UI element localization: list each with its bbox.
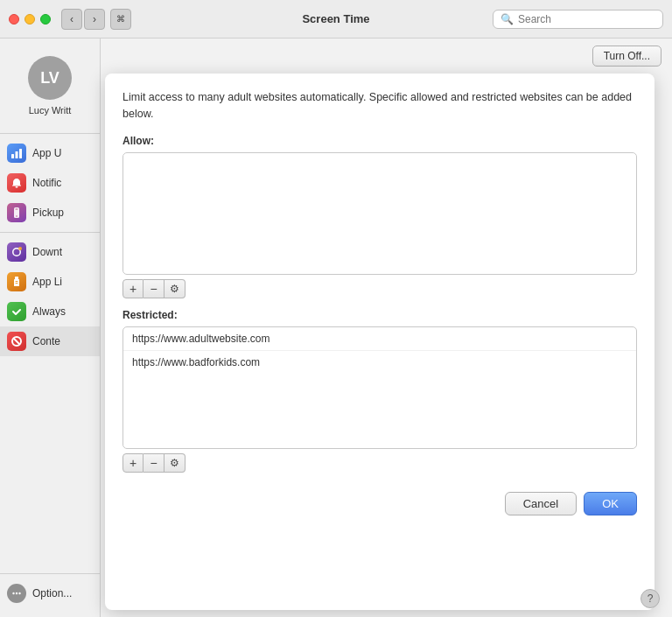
description-text: Limit access to many adult websites auto… <box>122 89 637 123</box>
search-icon: 🔍 <box>500 13 514 25</box>
sidebar-bottom: Option... <box>0 569 100 617</box>
search-box[interactable]: 🔍 <box>493 10 663 29</box>
svg-rect-9 <box>15 277 18 279</box>
options-icon <box>7 584 26 603</box>
sidebar-item-always-on[interactable]: Always <box>0 297 100 326</box>
sidebar: LV Lucy Writt App U Notific <box>0 39 101 617</box>
close-button[interactable] <box>9 14 19 25</box>
svg-text:!: ! <box>19 248 20 251</box>
allow-list-controls: + − ⚙ <box>122 279 637 298</box>
sidebar-label-app-usage: App U <box>32 147 93 159</box>
allow-remove-button[interactable]: − <box>144 279 164 298</box>
allow-section-label: Allow: <box>122 135 637 147</box>
sidebar-label-options: Option... <box>32 587 93 599</box>
restricted-settings-button[interactable]: ⚙ <box>164 453 186 473</box>
sidebar-label-always-on: Always <box>32 305 93 318</box>
allow-settings-button[interactable]: ⚙ <box>164 279 186 298</box>
avatar-section: LV Lucy Writt <box>0 47 100 129</box>
restricted-remove-button[interactable]: − <box>144 453 164 473</box>
svg-rect-1 <box>16 151 18 158</box>
top-bar: Turn Off... <box>101 39 672 67</box>
search-input[interactable] <box>518 13 655 25</box>
svg-rect-3 <box>16 186 18 188</box>
grid-button[interactable]: ⌘ <box>110 9 131 30</box>
svg-rect-0 <box>11 154 14 158</box>
avatar: LV <box>28 56 72 100</box>
titlebar: ‹ › ⌘ Screen Time 🔍 <box>0 0 672 39</box>
sidebar-label-downtime: Downt <box>32 246 93 258</box>
allow-add-button[interactable]: + <box>122 279 144 298</box>
sidebar-item-pickups[interactable]: Pickup <box>0 198 100 228</box>
nav-buttons: ‹ › <box>61 9 105 30</box>
restricted-list-controls: + − ⚙ <box>122 453 637 473</box>
app-limits-icon <box>7 272 26 291</box>
cancel-button[interactable]: Cancel <box>505 492 577 515</box>
sidebar-item-downtime[interactable]: ! Downt <box>0 237 100 267</box>
app-usage-icon <box>7 144 26 163</box>
minimize-button[interactable] <box>24 14 35 25</box>
traffic-lights <box>9 14 51 25</box>
sidebar-label-notifications: Notific <box>32 177 93 189</box>
sidebar-item-app-usage[interactable]: App U <box>0 138 100 168</box>
help-button[interactable]: ? <box>640 589 660 608</box>
window-title: Screen Time <box>302 12 369 25</box>
sidebar-label-pickups: Pickup <box>32 207 93 219</box>
sidebar-divider2 <box>0 232 100 233</box>
svg-rect-5 <box>16 209 18 210</box>
svg-line-14 <box>14 339 20 345</box>
sidebar-item-content[interactable]: Conte <box>0 326 100 356</box>
svg-rect-2 <box>19 149 22 158</box>
user-name: Lucy Writt <box>0 105 100 116</box>
restricted-section-label: Restricted: <box>122 309 637 321</box>
sidebar-item-notifications[interactable]: Notific <box>0 168 100 198</box>
restricted-item-1[interactable]: https://www.badforkids.com <box>123 351 636 374</box>
forward-button[interactable]: › <box>84 9 105 30</box>
sidebar-divider3 <box>0 573 100 574</box>
ok-button[interactable]: OK <box>584 492 637 515</box>
maximize-button[interactable] <box>40 14 51 25</box>
turn-off-button[interactable]: Turn Off... <box>592 46 662 67</box>
content-area: Turn Off... Limit access to many adult w… <box>101 39 672 617</box>
downtime-icon: ! <box>7 242 26 262</box>
restricted-list[interactable]: https://www.adultwebsite.com https://www… <box>122 326 637 449</box>
main-layout: LV Lucy Writt App U Notific <box>0 39 672 617</box>
back-button[interactable]: ‹ <box>61 9 82 30</box>
svg-point-6 <box>16 215 18 217</box>
notifications-icon <box>7 173 26 193</box>
svg-rect-11 <box>16 281 18 282</box>
restricted-add-button[interactable]: + <box>122 453 144 473</box>
svg-point-16 <box>12 592 14 594</box>
svg-rect-12 <box>16 283 18 284</box>
sidebar-divider <box>0 133 100 134</box>
pickups-icon <box>7 203 26 222</box>
sidebar-label-app-limits: App Li <box>32 276 93 288</box>
restricted-item-0[interactable]: https://www.adultwebsite.com <box>123 327 636 351</box>
sidebar-item-app-limits[interactable]: App Li <box>0 267 100 297</box>
svg-point-17 <box>18 592 20 594</box>
sidebar-label-content: Conte <box>32 335 93 347</box>
dialog-buttons: Cancel OK <box>122 485 637 515</box>
allow-list <box>122 152 637 275</box>
options-item[interactable]: Option... <box>0 578 100 608</box>
content-panel: Limit access to many adult websites auto… <box>105 74 654 610</box>
content-icon <box>7 332 26 351</box>
svg-point-15 <box>16 592 18 594</box>
always-on-icon <box>7 302 26 321</box>
